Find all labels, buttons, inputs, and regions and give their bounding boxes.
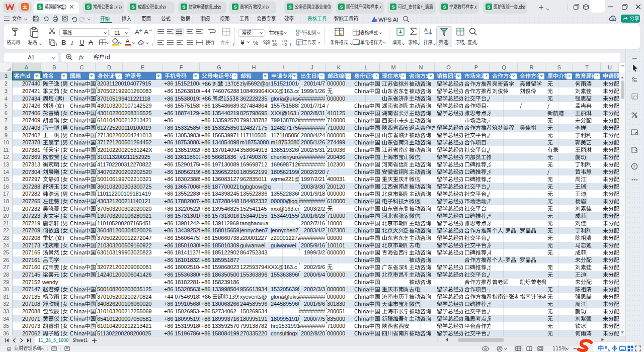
svg-text:A: A — [424, 28, 428, 33]
svg-text:?: ? — [633, 164, 636, 169]
svg-text:».0: ».0 — [281, 42, 287, 46]
svg-text:A: A — [135, 28, 139, 36]
svg-text:fx: fx — [79, 54, 84, 60]
svg-text:%: % — [253, 40, 258, 46]
svg-text:A: A — [126, 38, 130, 45]
svg-text:.00: .00 — [272, 42, 278, 46]
svg-text:000: 000 — [263, 39, 270, 44]
svg-text:¥: ¥ — [240, 39, 245, 46]
svg-text:A: A — [144, 28, 148, 36]
